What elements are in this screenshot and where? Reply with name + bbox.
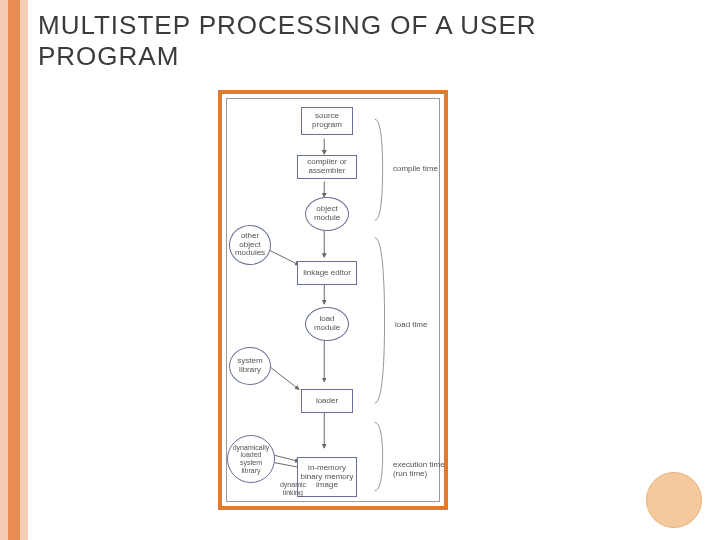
node-dynlib: dynamically loaded system library	[227, 435, 275, 483]
label-compile-time: compile time	[393, 157, 441, 181]
node-syslib: system library	[229, 347, 271, 385]
node-compiler: compiler or assembler	[297, 155, 357, 179]
node-source: source program	[301, 107, 353, 135]
diagram-frame: source program compiler or assembler obj…	[218, 90, 448, 510]
decor-circle	[646, 472, 702, 528]
label-exec-time: execution time (run time)	[393, 453, 445, 487]
node-loader: loader	[301, 389, 353, 413]
node-linkage: linkage editor	[297, 261, 357, 285]
slide-title: MULTISTEP PROCESSING OF A USER PROGRAM	[38, 10, 680, 72]
node-other-obj: other object modules	[229, 225, 271, 265]
diagram: source program compiler or assembler obj…	[226, 98, 440, 502]
label-load-time: load time	[395, 313, 443, 337]
node-load-module: load module	[305, 307, 349, 341]
accent-strip-inner	[8, 0, 20, 540]
node-object: object module	[305, 197, 349, 231]
slide: MULTISTEP PROCESSING OF A USER PROGRAM	[0, 0, 720, 540]
label-dynlink: dynamic linking	[275, 479, 311, 499]
